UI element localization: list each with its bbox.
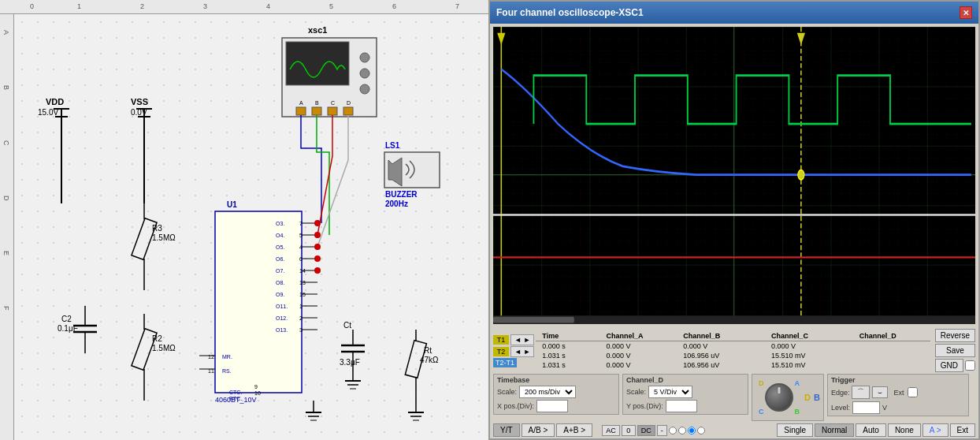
radio-square[interactable] bbox=[678, 427, 686, 434]
svg-text:3.3μF: 3.3μF bbox=[340, 358, 360, 367]
measurement-table: Time Channel_A Channel_B Channel_C Chann… bbox=[536, 331, 930, 370]
zero-button[interactable]: 0 bbox=[622, 425, 636, 436]
svg-text:RS.: RS. bbox=[222, 368, 232, 374]
svg-text:1.5MΩ: 1.5MΩ bbox=[152, 344, 176, 352]
ab-button[interactable]: A/B > bbox=[522, 423, 555, 437]
t2t1-cha: 0.000 V bbox=[600, 360, 677, 370]
apb-button[interactable]: A+B > bbox=[556, 423, 592, 437]
svg-text:xsc1: xsc1 bbox=[308, 25, 327, 35]
oscilloscope-title: Four channel oscilloscope-XSC1 bbox=[496, 7, 644, 18]
svg-text:BUZZER: BUZZER bbox=[385, 190, 418, 199]
trigger-rising-edge-button[interactable]: ⌒ bbox=[852, 386, 870, 399]
svg-text:R3: R3 bbox=[152, 224, 162, 233]
ext-button[interactable]: Ext bbox=[950, 423, 975, 437]
svg-text:15.0V: 15.0V bbox=[38, 108, 58, 117]
svg-text:RTC.: RTC. bbox=[229, 396, 242, 401]
timebase-xpos-label: X pos.(Div): bbox=[497, 402, 534, 410]
timebase-xpos-input[interactable]: 0 bbox=[536, 400, 568, 412]
t2-cha: 0.000 V bbox=[600, 351, 677, 360]
svg-rect-21 bbox=[215, 211, 302, 393]
t1-chc: 0.000 V bbox=[765, 341, 853, 352]
b-channel-label: B bbox=[814, 393, 820, 402]
t2-time: 1.031 s bbox=[536, 351, 600, 360]
svg-text:Rt: Rt bbox=[424, 346, 432, 355]
svg-text:10: 10 bbox=[254, 390, 261, 396]
svg-text:0.1μF: 0.1μF bbox=[58, 324, 78, 333]
svg-text:VSS: VSS bbox=[131, 97, 148, 106]
svg-rect-8 bbox=[312, 107, 321, 115]
normal-button[interactable]: Normal bbox=[815, 423, 854, 437]
auto-button[interactable]: Auto bbox=[856, 423, 886, 437]
svg-rect-10 bbox=[343, 107, 353, 115]
trigger-level-input[interactable]: 0 bbox=[852, 401, 880, 414]
channel-knob-group: A B C D D B bbox=[752, 374, 824, 421]
channel-select-knob-container: A B C D bbox=[755, 378, 803, 417]
svg-text:O11.: O11. bbox=[276, 304, 288, 309]
timebase-title: Timebase bbox=[497, 376, 615, 384]
svg-text:12: 12 bbox=[208, 354, 214, 360]
ac-button[interactable]: AC bbox=[602, 425, 620, 436]
trigger-ext-label: Ext bbox=[893, 389, 904, 397]
t2-nav-left[interactable]: ◄ ► bbox=[510, 346, 534, 357]
svg-rect-131 bbox=[493, 317, 574, 323]
t2t1-chc: 15.510 mV bbox=[765, 360, 853, 370]
svg-text:Ct: Ct bbox=[343, 321, 351, 330]
t1-measurement-row: 0.000 s 0.000 V 0.000 V 0.000 V bbox=[536, 341, 930, 352]
u1-component: U1 4060BT_10V O3. O4. O5. O6. O7. O8. O9… bbox=[199, 200, 317, 404]
svg-text:O7.: O7. bbox=[276, 268, 284, 274]
svg-text:A: A bbox=[299, 100, 303, 106]
radio-dc[interactable] bbox=[697, 427, 705, 434]
gnd-button[interactable]: GND bbox=[935, 359, 963, 372]
reverse-button[interactable]: Reverse bbox=[935, 329, 975, 342]
save-button[interactable]: Save bbox=[935, 344, 975, 357]
svg-text:MR.: MR. bbox=[222, 354, 232, 360]
channel-d-scale-select[interactable]: 5 V/Div bbox=[648, 386, 692, 398]
measurements-row: T1 ◄ ► T2 ◄ ► T2-T1 Time bbox=[493, 329, 975, 372]
knob-label-b: B bbox=[795, 408, 800, 416]
svg-text:O6.: O6. bbox=[276, 256, 284, 262]
oscilloscope-controls: T1 ◄ ► T2 ◄ ► T2-T1 Time bbox=[490, 327, 978, 438]
radio-tri[interactable] bbox=[688, 427, 696, 434]
timebase-scale-select[interactable]: 200 ms/Div bbox=[519, 386, 576, 398]
t2t1-time: 1.031 s bbox=[536, 360, 600, 370]
svg-text:C2: C2 bbox=[61, 315, 72, 323]
single-button[interactable]: Single bbox=[777, 423, 813, 437]
t1-nav-left[interactable]: ◄ ► bbox=[510, 334, 534, 345]
channel-knob[interactable] bbox=[765, 383, 793, 412]
channel-d-group: Channel_D Scale: 5 V/Div Y pos.(Div): 0 bbox=[622, 374, 748, 415]
svg-text:O8.: O8. bbox=[276, 280, 284, 285]
svg-text:47kΩ: 47kΩ bbox=[420, 356, 439, 364]
oscilloscope-close-button[interactable]: ✕ bbox=[960, 6, 972, 19]
svg-point-104 bbox=[314, 232, 321, 238]
trigger-title: Trigger bbox=[831, 376, 965, 384]
channel-d-title: Channel_D bbox=[626, 376, 744, 384]
radio-sine[interactable] bbox=[669, 427, 677, 434]
t2-measurement-row: 1.031 s 0.000 V 106.956 uV 15.510 mV bbox=[536, 351, 930, 360]
yt-button[interactable]: Y/T bbox=[493, 423, 520, 437]
trigger-level-label: Level: bbox=[831, 404, 850, 412]
svg-point-129 bbox=[798, 170, 804, 180]
t2t1-label: T2-T1 bbox=[493, 358, 517, 367]
t1-chd bbox=[853, 341, 930, 352]
svg-text:O4.: O4. bbox=[276, 233, 284, 238]
svg-text:O12.: O12. bbox=[276, 315, 288, 321]
svg-text:O13.: O13. bbox=[276, 327, 288, 333]
t1-time: 0.000 s bbox=[536, 341, 600, 352]
t1-chb: 0.000 V bbox=[677, 341, 765, 352]
none-button[interactable]: None bbox=[888, 423, 921, 437]
svg-point-4 bbox=[360, 53, 369, 62]
a-gt-button[interactable]: A > bbox=[922, 423, 948, 437]
trigger-falling-edge-button[interactable]: ⌣ bbox=[872, 386, 888, 398]
timebase-group: Timebase Scale: 200 ms/Div X pos.(Div): … bbox=[493, 374, 619, 415]
timebase-scale-label: Scale: bbox=[497, 388, 517, 396]
svg-text:VDD: VDD bbox=[46, 97, 64, 106]
svg-text:U1: U1 bbox=[227, 200, 237, 209]
svg-text:O5.: O5. bbox=[276, 244, 284, 250]
gnd-checkbox[interactable] bbox=[965, 360, 975, 371]
trigger-ext-checkbox[interactable] bbox=[908, 387, 918, 397]
knob-marker bbox=[778, 387, 781, 393]
svg-text:C: C bbox=[331, 100, 335, 106]
dc-button[interactable]: DC bbox=[637, 425, 655, 436]
channel-d-ypos-input[interactable]: 0 bbox=[666, 400, 697, 412]
dash-button[interactable]: - bbox=[657, 425, 667, 436]
